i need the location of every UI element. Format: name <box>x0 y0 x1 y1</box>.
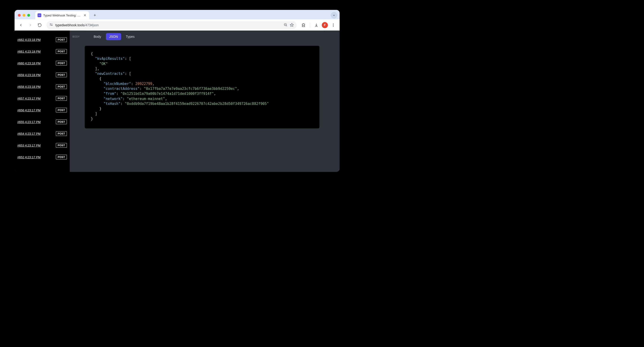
back-button[interactable] <box>17 21 25 29</box>
bookmark-icon[interactable] <box>290 23 294 28</box>
browser-tab[interactable]: Typed Webhook Testing: a tool ✕ <box>35 11 89 19</box>
main-panel: BODY Body JSON Types { "kvApiResults": [… <box>70 30 340 172</box>
body-section-header: BODY Body JSON Types <box>72 31 337 42</box>
request-link[interactable]: #662 4:23:18 PM <box>17 38 40 42</box>
browser-window: Typed Webhook Testing: a tool ✕ + <box>14 10 340 172</box>
avatar-initial: F <box>324 23 326 27</box>
close-tab-icon[interactable]: ✕ <box>83 13 87 17</box>
method-badge[interactable]: POST <box>56 120 67 124</box>
url-text: typedwebhook.tools/473#json <box>56 23 98 27</box>
request-link[interactable]: #656 4:23:17 PM <box>17 108 40 112</box>
url-host: typedwebhook.tools <box>56 23 84 27</box>
method-badge[interactable]: POST <box>56 155 67 160</box>
overflow-menu-button[interactable] <box>329 21 337 29</box>
request-row[interactable]: #652 4:23:17 PMPOST <box>14 151 70 163</box>
svg-point-1 <box>39 15 40 16</box>
request-row[interactable]: #655 4:23:17 PMPOST <box>14 116 70 128</box>
request-list-sidebar[interactable]: #662 4:23:18 PMPOST#661 4:23:18 PMPOST#6… <box>14 30 70 172</box>
reload-button[interactable] <box>36 21 44 29</box>
request-link[interactable]: #661 4:23:18 PM <box>17 50 40 53</box>
site-settings-icon[interactable] <box>49 23 53 27</box>
request-row[interactable]: #659 4:23:18 PMPOST <box>14 69 70 81</box>
svg-point-14 <box>333 24 334 24</box>
method-badge[interactable]: POST <box>56 143 67 148</box>
request-link[interactable]: #658 4:23:18 PM <box>17 85 40 88</box>
url-path: /473#json <box>84 23 99 27</box>
svg-point-2 <box>40 15 40 16</box>
request-link[interactable]: #655 4:23:17 PM <box>17 120 40 124</box>
svg-line-10 <box>286 25 287 26</box>
request-row[interactable]: #653 4:23:17 PMPOST <box>14 140 70 151</box>
method-badge[interactable]: POST <box>56 96 67 101</box>
downloads-button[interactable] <box>312 21 320 29</box>
request-row[interactable]: #662 4:23:18 PMPOST <box>14 34 70 46</box>
tab-overflow-button[interactable] <box>331 12 337 18</box>
svg-marker-12 <box>290 23 293 26</box>
request-link[interactable]: #659 4:23:18 PM <box>17 73 40 77</box>
profile-avatar[interactable]: F <box>322 22 328 28</box>
app-body: #662 4:23:18 PMPOST#661 4:23:18 PMPOST#6… <box>14 30 340 172</box>
forward-button[interactable] <box>26 21 34 29</box>
svg-point-15 <box>333 25 334 25</box>
method-badge[interactable]: POST <box>56 108 67 112</box>
svg-point-6 <box>52 25 52 26</box>
tab-types[interactable]: Types <box>122 33 138 40</box>
browser-toolbar: typedwebhook.tools/473#json F <box>14 19 340 30</box>
request-link[interactable]: #653 4:23:17 PM <box>17 144 40 147</box>
method-badge[interactable]: POST <box>56 84 67 89</box>
tab-json[interactable]: JSON <box>106 33 121 40</box>
method-badge[interactable]: POST <box>56 131 67 136</box>
request-row[interactable]: #658 4:23:18 PMPOST <box>14 81 70 92</box>
svg-point-0 <box>38 15 39 16</box>
request-link[interactable]: #660 4:23:18 PM <box>17 62 40 65</box>
request-row[interactable]: #654 4:23:17 PMPOST <box>14 128 70 140</box>
method-badge[interactable]: POST <box>56 72 67 77</box>
method-badge[interactable]: POST <box>56 49 67 54</box>
window-controls <box>18 14 30 17</box>
json-content: { "kvApiResults": [ "OK" ], "newContract… <box>91 52 313 122</box>
request-row[interactable]: #656 4:23:17 PMPOST <box>14 104 70 116</box>
favicon-icon <box>38 14 41 17</box>
tab-title: Typed Webhook Testing: a tool <box>43 14 81 17</box>
request-row[interactable]: #657 4:23:17 PMPOST <box>14 92 70 104</box>
address-bar[interactable]: typedwebhook.tools/473#json <box>46 21 297 29</box>
body-tabs: Body JSON Types <box>90 33 138 40</box>
method-badge[interactable]: POST <box>56 37 67 42</box>
json-viewer[interactable]: { "kvApiResults": [ "OK" ], "newContract… <box>85 46 320 128</box>
request-row[interactable]: #661 4:23:18 PMPOST <box>14 46 70 57</box>
zoom-icon[interactable] <box>284 23 288 28</box>
request-row[interactable]: #660 4:23:18 PMPOST <box>14 57 70 69</box>
svg-point-16 <box>333 26 334 26</box>
request-link[interactable]: #652 4:23:17 PM <box>17 156 40 159</box>
section-label: BODY <box>72 36 86 38</box>
svg-point-3 <box>50 24 51 24</box>
tab-body[interactable]: Body <box>90 33 104 40</box>
toolbar-divider <box>310 22 310 28</box>
tab-strip: Typed Webhook Testing: a tool ✕ + <box>14 10 340 19</box>
new-tab-button[interactable]: + <box>92 12 98 18</box>
method-badge[interactable]: POST <box>56 61 67 66</box>
request-link[interactable]: #654 4:23:17 PM <box>17 132 40 136</box>
extensions-button[interactable] <box>300 21 308 29</box>
close-window-button[interactable] <box>18 14 21 17</box>
request-link[interactable]: #657 4:23:17 PM <box>17 97 40 100</box>
browser-chrome: Typed Webhook Testing: a tool ✕ + <box>14 10 340 30</box>
maximize-window-button[interactable] <box>27 14 30 17</box>
minimize-window-button[interactable] <box>22 14 25 17</box>
